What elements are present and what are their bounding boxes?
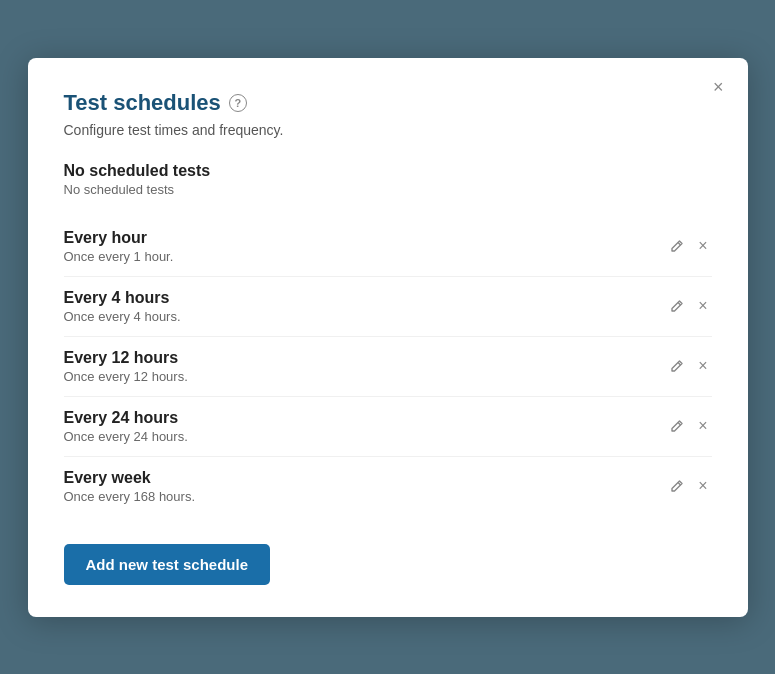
- schedule-detail: Once every 4 hours.: [64, 309, 181, 324]
- schedule-list: Every hourOnce every 1 hour. ×Every 4 ho…: [64, 217, 712, 516]
- edit-schedule-button[interactable]: [666, 295, 688, 317]
- schedule-actions: ×: [666, 413, 711, 439]
- pencil-icon: [670, 479, 684, 493]
- schedule-actions: ×: [666, 233, 711, 259]
- schedule-detail: Once every 12 hours.: [64, 369, 188, 384]
- close-icon: ×: [698, 297, 707, 315]
- schedule-actions: ×: [666, 473, 711, 499]
- delete-schedule-button[interactable]: ×: [694, 293, 711, 319]
- pencil-icon: [670, 359, 684, 373]
- edit-schedule-button[interactable]: [666, 355, 688, 377]
- schedule-item: Every weekOnce every 168 hours. ×: [64, 457, 712, 516]
- close-icon: ×: [698, 417, 707, 435]
- schedule-detail: Once every 24 hours.: [64, 429, 188, 444]
- close-icon: ×: [698, 237, 707, 255]
- schedule-item: Every 24 hoursOnce every 24 hours. ×: [64, 397, 712, 457]
- schedule-actions: ×: [666, 353, 711, 379]
- schedule-name: Every 12 hours: [64, 349, 188, 367]
- delete-schedule-button[interactable]: ×: [694, 353, 711, 379]
- schedule-name: Every week: [64, 469, 196, 487]
- pencil-icon: [670, 239, 684, 253]
- schedule-detail: Once every 168 hours.: [64, 489, 196, 504]
- modal-overlay: × Test schedules ? Configure test times …: [0, 0, 775, 674]
- no-scheduled-desc: No scheduled tests: [64, 182, 712, 197]
- schedule-info: Every 24 hoursOnce every 24 hours.: [64, 409, 188, 444]
- schedule-info: Every 12 hoursOnce every 12 hours.: [64, 349, 188, 384]
- modal-title: Test schedules: [64, 90, 221, 116]
- schedule-actions: ×: [666, 293, 711, 319]
- schedule-info: Every 4 hoursOnce every 4 hours.: [64, 289, 181, 324]
- close-icon: ×: [698, 477, 707, 495]
- no-scheduled-header: No scheduled tests: [64, 162, 712, 180]
- schedule-item: Every 4 hoursOnce every 4 hours. ×: [64, 277, 712, 337]
- modal-title-row: Test schedules ?: [64, 90, 712, 116]
- edit-schedule-button[interactable]: [666, 415, 688, 437]
- modal-container: × Test schedules ? Configure test times …: [28, 58, 748, 617]
- schedule-name: Every 4 hours: [64, 289, 181, 307]
- schedule-item: Every hourOnce every 1 hour. ×: [64, 217, 712, 277]
- add-schedule-button[interactable]: Add new test schedule: [64, 544, 271, 585]
- close-button[interactable]: ×: [709, 74, 728, 100]
- schedule-name: Every hour: [64, 229, 174, 247]
- close-icon: ×: [698, 357, 707, 375]
- edit-schedule-button[interactable]: [666, 235, 688, 257]
- pencil-icon: [670, 419, 684, 433]
- schedule-item: Every 12 hoursOnce every 12 hours. ×: [64, 337, 712, 397]
- schedule-name: Every 24 hours: [64, 409, 188, 427]
- schedule-detail: Once every 1 hour.: [64, 249, 174, 264]
- delete-schedule-button[interactable]: ×: [694, 413, 711, 439]
- edit-schedule-button[interactable]: [666, 475, 688, 497]
- help-icon[interactable]: ?: [229, 94, 247, 112]
- delete-schedule-button[interactable]: ×: [694, 233, 711, 259]
- schedule-info: Every weekOnce every 168 hours.: [64, 469, 196, 504]
- schedule-info: Every hourOnce every 1 hour.: [64, 229, 174, 264]
- pencil-icon: [670, 299, 684, 313]
- delete-schedule-button[interactable]: ×: [694, 473, 711, 499]
- modal-subtitle: Configure test times and frequency.: [64, 122, 712, 138]
